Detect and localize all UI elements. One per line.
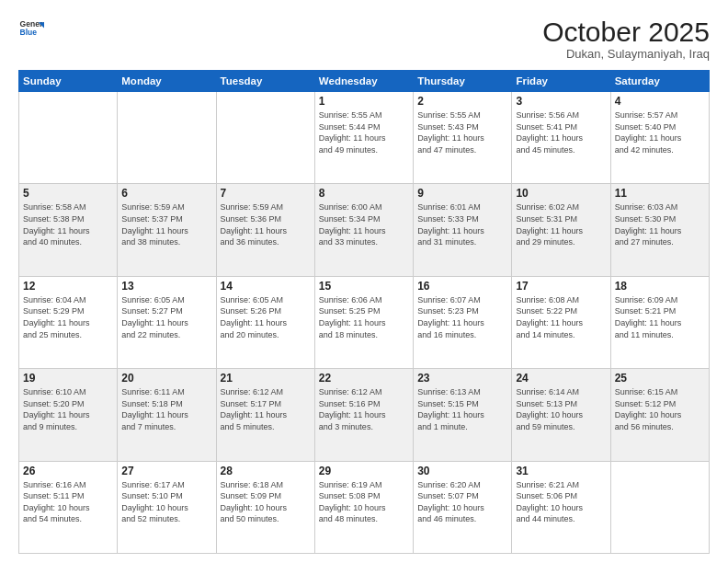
calendar-cell: 14Sunrise: 6:05 AM Sunset: 5:26 PM Dayli… [216,276,314,368]
calendar-cell: 25Sunrise: 6:15 AM Sunset: 5:12 PM Dayli… [610,369,709,461]
day-info: Sunrise: 6:15 AM Sunset: 5:12 PM Dayligh… [615,386,705,432]
day-info: Sunrise: 6:02 AM Sunset: 5:31 PM Dayligh… [516,201,606,247]
day-info: Sunrise: 5:59 AM Sunset: 5:37 PM Dayligh… [121,201,211,247]
day-info: Sunrise: 5:55 AM Sunset: 5:43 PM Dayligh… [417,109,507,155]
calendar-cell: 11Sunrise: 6:03 AM Sunset: 5:30 PM Dayli… [610,184,709,276]
calendar-cell: 18Sunrise: 6:09 AM Sunset: 5:21 PM Dayli… [610,276,709,368]
day-number: 18 [615,280,705,293]
day-number: 14 [221,280,311,293]
day-info: Sunrise: 6:09 AM Sunset: 5:21 PM Dayligh… [615,294,705,340]
weekday-header: Tuesday [216,71,314,92]
calendar-location: Dukan, Sulaymaniyah, Iraq [542,47,710,61]
day-number: 17 [516,280,606,293]
calendar-cell: 26Sunrise: 6:16 AM Sunset: 5:11 PM Dayli… [19,461,118,553]
calendar-cell: 27Sunrise: 6:17 AM Sunset: 5:10 PM Dayli… [118,461,216,553]
day-number: 11 [615,187,705,200]
calendar-cell: 10Sunrise: 6:02 AM Sunset: 5:31 PM Dayli… [512,184,610,276]
day-number: 1 [319,95,409,108]
calendar-cell: 23Sunrise: 6:13 AM Sunset: 5:15 PM Dayli… [414,369,512,461]
calendar-cell: 21Sunrise: 6:12 AM Sunset: 5:17 PM Dayli… [216,369,314,461]
day-number: 23 [417,372,507,385]
day-info: Sunrise: 6:10 AM Sunset: 5:20 PM Dayligh… [23,386,113,432]
day-info: Sunrise: 6:21 AM Sunset: 5:06 PM Dayligh… [516,479,606,525]
day-info: Sunrise: 5:59 AM Sunset: 5:36 PM Dayligh… [221,201,311,247]
day-number: 31 [516,465,606,477]
day-number: 13 [121,280,211,293]
day-number: 10 [516,187,606,200]
day-info: Sunrise: 6:07 AM Sunset: 5:23 PM Dayligh… [417,294,507,340]
day-info: Sunrise: 6:13 AM Sunset: 5:15 PM Dayligh… [417,386,507,432]
calendar-cell: 2Sunrise: 5:55 AM Sunset: 5:43 PM Daylig… [414,92,512,184]
weekday-header: Monday [118,71,216,92]
day-number: 24 [516,372,606,385]
day-number: 4 [615,95,705,108]
day-info: Sunrise: 6:19 AM Sunset: 5:08 PM Dayligh… [319,479,409,525]
day-number: 5 [23,187,113,200]
day-number: 22 [319,372,409,385]
day-number: 29 [319,465,409,477]
calendar-cell: 5Sunrise: 5:58 AM Sunset: 5:38 PM Daylig… [19,184,118,276]
day-info: Sunrise: 6:06 AM Sunset: 5:25 PM Dayligh… [319,294,409,340]
weekday-header: Wednesday [314,71,413,92]
calendar-cell [19,92,118,184]
calendar-cell: 12Sunrise: 6:04 AM Sunset: 5:29 PM Dayli… [19,276,118,368]
calendar-cell: 3Sunrise: 5:56 AM Sunset: 5:41 PM Daylig… [512,92,610,184]
day-number: 25 [615,372,705,385]
day-number: 15 [319,280,409,293]
day-info: Sunrise: 6:12 AM Sunset: 5:16 PM Dayligh… [319,386,409,432]
day-info: Sunrise: 6:05 AM Sunset: 5:27 PM Dayligh… [121,294,211,340]
svg-text:Blue: Blue [20,28,38,37]
day-number: 8 [319,187,409,200]
day-info: Sunrise: 6:20 AM Sunset: 5:07 PM Dayligh… [417,479,507,525]
day-number: 30 [417,465,507,477]
day-number: 9 [417,187,507,200]
weekday-header: Saturday [610,71,709,92]
weekday-header: Sunday [19,71,118,92]
calendar-cell [216,92,314,184]
day-number: 16 [417,280,507,293]
calendar-cell: 24Sunrise: 6:14 AM Sunset: 5:13 PM Dayli… [512,369,610,461]
calendar-cell: 9Sunrise: 6:01 AM Sunset: 5:33 PM Daylig… [414,184,512,276]
day-number: 20 [121,372,211,385]
day-number: 2 [417,95,507,108]
calendar-cell: 13Sunrise: 6:05 AM Sunset: 5:27 PM Dayli… [118,276,216,368]
logo: General Blue [18,17,44,42]
day-info: Sunrise: 6:17 AM Sunset: 5:10 PM Dayligh… [121,479,211,525]
weekday-header: Friday [512,71,610,92]
calendar-cell: 1Sunrise: 5:55 AM Sunset: 5:44 PM Daylig… [314,92,413,184]
calendar-cell: 7Sunrise: 5:59 AM Sunset: 5:36 PM Daylig… [216,184,314,276]
day-info: Sunrise: 5:57 AM Sunset: 5:40 PM Dayligh… [615,109,705,155]
day-number: 26 [23,465,113,477]
calendar-title: October 2025 [542,17,710,47]
calendar-cell: 22Sunrise: 6:12 AM Sunset: 5:16 PM Dayli… [314,369,413,461]
day-number: 19 [23,372,113,385]
day-info: Sunrise: 5:56 AM Sunset: 5:41 PM Dayligh… [516,109,606,155]
day-info: Sunrise: 5:58 AM Sunset: 5:38 PM Dayligh… [23,201,113,247]
day-info: Sunrise: 6:08 AM Sunset: 5:22 PM Dayligh… [516,294,606,340]
calendar-cell: 31Sunrise: 6:21 AM Sunset: 5:06 PM Dayli… [512,461,610,553]
calendar-cell: 17Sunrise: 6:08 AM Sunset: 5:22 PM Dayli… [512,276,610,368]
day-info: Sunrise: 6:16 AM Sunset: 5:11 PM Dayligh… [23,479,113,525]
calendar-cell: 30Sunrise: 6:20 AM Sunset: 5:07 PM Dayli… [414,461,512,553]
day-info: Sunrise: 6:04 AM Sunset: 5:29 PM Dayligh… [23,294,113,340]
calendar-cell: 6Sunrise: 5:59 AM Sunset: 5:37 PM Daylig… [118,184,216,276]
weekday-header: Thursday [414,71,512,92]
calendar-cell: 4Sunrise: 5:57 AM Sunset: 5:40 PM Daylig… [610,92,709,184]
day-number: 12 [23,280,113,293]
day-number: 28 [221,465,311,477]
day-info: Sunrise: 6:18 AM Sunset: 5:09 PM Dayligh… [221,479,311,525]
calendar-cell [610,461,709,553]
calendar-cell: 16Sunrise: 6:07 AM Sunset: 5:23 PM Dayli… [414,276,512,368]
calendar-cell [118,92,216,184]
calendar-cell: 28Sunrise: 6:18 AM Sunset: 5:09 PM Dayli… [216,461,314,553]
day-number: 3 [516,95,606,108]
day-number: 21 [221,372,311,385]
calendar-cell: 20Sunrise: 6:11 AM Sunset: 5:18 PM Dayli… [118,369,216,461]
calendar-cell: 19Sunrise: 6:10 AM Sunset: 5:20 PM Dayli… [19,369,118,461]
calendar-cell: 8Sunrise: 6:00 AM Sunset: 5:34 PM Daylig… [314,184,413,276]
day-info: Sunrise: 6:11 AM Sunset: 5:18 PM Dayligh… [121,386,211,432]
day-number: 27 [121,465,211,477]
day-info: Sunrise: 5:55 AM Sunset: 5:44 PM Dayligh… [319,109,409,155]
day-number: 7 [221,187,311,200]
day-info: Sunrise: 6:01 AM Sunset: 5:33 PM Dayligh… [417,201,507,247]
